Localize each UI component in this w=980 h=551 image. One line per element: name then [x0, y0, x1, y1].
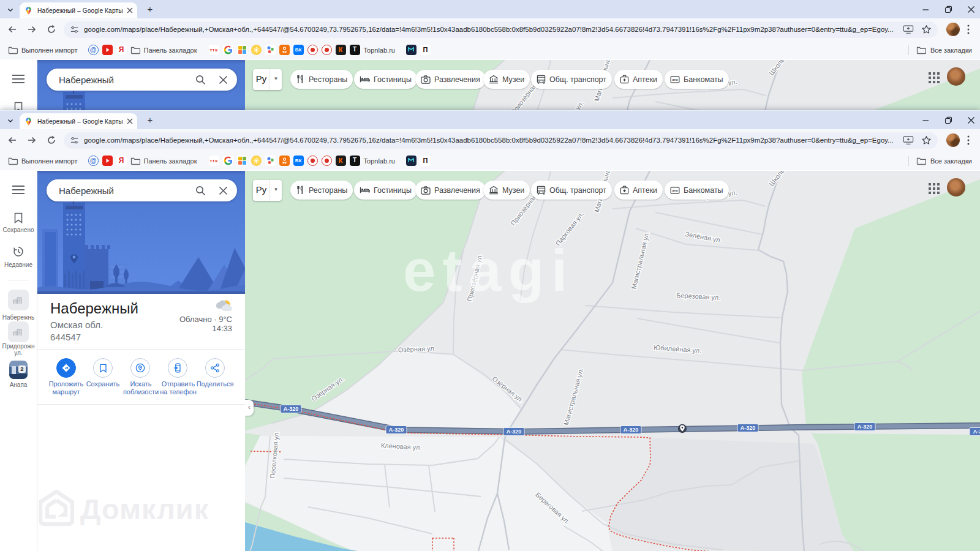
- svg-text:А-320: А-320: [389, 427, 404, 433]
- svg-text:атм: атм: [672, 78, 677, 81]
- svg-text:А-3: А-3: [973, 429, 980, 435]
- svg-text:А-320: А-320: [507, 429, 522, 435]
- svg-text:А-320: А-320: [741, 425, 756, 431]
- svg-text:А-320: А-320: [624, 427, 639, 433]
- svg-text:А-320: А-320: [858, 424, 873, 430]
- svg-text:атм: атм: [672, 189, 677, 192]
- svg-text:А-320: А-320: [284, 406, 299, 412]
